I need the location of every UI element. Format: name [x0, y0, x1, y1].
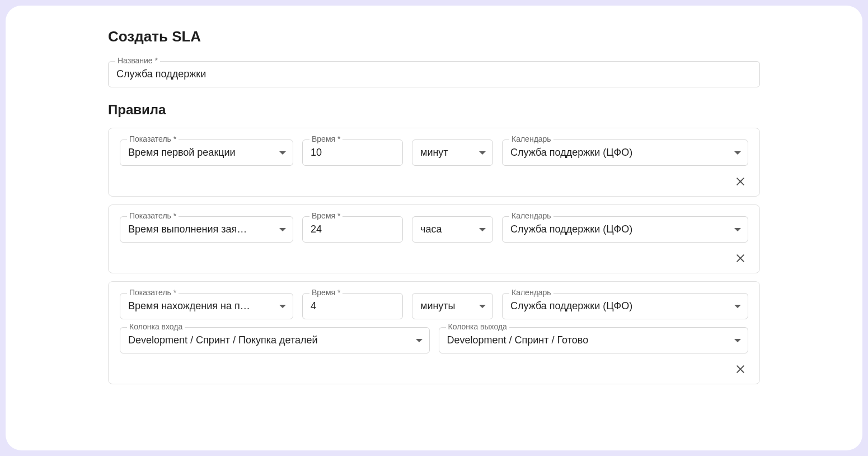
column-out-label: Колонка выхода: [446, 322, 509, 331]
chevron-down-icon: [279, 151, 286, 155]
chevron-down-icon: [479, 305, 486, 308]
metric-value: Время первой реакции: [120, 140, 293, 165]
calendar-select[interactable]: Календарь Служба поддержки (ЦФО): [502, 139, 748, 166]
chevron-down-icon: [416, 339, 423, 342]
metric-select[interactable]: Показатель * Время выполнения зая…: [120, 216, 293, 243]
chevron-down-icon: [734, 305, 741, 308]
time-value: 10: [303, 140, 402, 165]
chevron-down-icon: [479, 228, 486, 231]
rule-card: Показатель * Время первой реакции Время …: [108, 128, 760, 197]
page-title: Создать SLA: [108, 28, 760, 45]
name-label: Название *: [115, 56, 160, 65]
name-input[interactable]: Название * Служба поддержки: [108, 61, 760, 87]
unit-select[interactable]: минут: [412, 139, 493, 166]
metric-select[interactable]: Показатель * Время первой реакции: [120, 139, 293, 166]
metric-label: Показатель *: [127, 211, 179, 220]
unit-select[interactable]: часа: [412, 216, 493, 243]
chevron-down-icon: [734, 228, 741, 231]
chevron-down-icon: [479, 151, 486, 155]
time-value: 24: [303, 217, 402, 242]
rule-card: Показатель * Время нахождения на п… Врем…: [108, 281, 760, 384]
close-icon: [735, 176, 746, 187]
time-label: Время *: [309, 288, 342, 297]
chevron-down-icon: [279, 305, 286, 308]
calendar-label: Календарь: [509, 211, 553, 220]
column-in-label: Колонка входа: [127, 322, 185, 331]
delete-rule-button[interactable]: [733, 361, 748, 377]
calendar-value: Служба поддержки (ЦФО): [503, 217, 748, 242]
time-input[interactable]: Время * 10: [302, 139, 403, 166]
calendar-value: Служба поддержки (ЦФО): [503, 294, 748, 319]
unit-select[interactable]: минуты: [412, 293, 493, 319]
metric-value: Время выполнения зая…: [120, 217, 293, 242]
rules-heading: Правила: [108, 102, 760, 118]
calendar-value: Служба поддержки (ЦФО): [503, 140, 748, 165]
form-card: Создать SLA Название * Служба поддержки …: [6, 6, 862, 450]
metric-value: Время нахождения на п…: [120, 294, 293, 319]
calendar-label: Календарь: [509, 134, 553, 143]
column-in-value: Development / Спринт / Покупка деталей: [120, 328, 429, 353]
column-out-select[interactable]: Колонка выхода Development / Спринт / Го…: [439, 327, 749, 353]
calendar-label: Календарь: [509, 288, 553, 297]
close-icon: [735, 364, 746, 375]
metric-select[interactable]: Показатель * Время нахождения на п…: [120, 293, 293, 319]
close-icon: [735, 253, 746, 264]
time-input[interactable]: Время * 24: [302, 216, 403, 243]
time-label: Время *: [309, 211, 342, 220]
time-input[interactable]: Время * 4: [302, 293, 403, 319]
metric-label: Показатель *: [127, 288, 179, 297]
delete-rule-button[interactable]: [733, 250, 748, 266]
chevron-down-icon: [734, 151, 741, 155]
calendar-select[interactable]: Календарь Служба поддержки (ЦФО): [502, 293, 748, 319]
chevron-down-icon: [734, 339, 741, 342]
column-out-value: Development / Спринт / Готово: [439, 328, 748, 353]
column-in-select[interactable]: Колонка входа Development / Спринт / Пок…: [120, 327, 430, 353]
rule-card: Показатель * Время выполнения зая… Время…: [108, 204, 760, 273]
time-label: Время *: [309, 134, 342, 143]
chevron-down-icon: [279, 228, 286, 231]
time-value: 4: [303, 294, 402, 319]
name-value: Служба поддержки: [109, 62, 759, 87]
metric-label: Показатель *: [127, 134, 179, 143]
calendar-select[interactable]: Календарь Служба поддержки (ЦФО): [502, 216, 748, 243]
delete-rule-button[interactable]: [733, 174, 748, 189]
